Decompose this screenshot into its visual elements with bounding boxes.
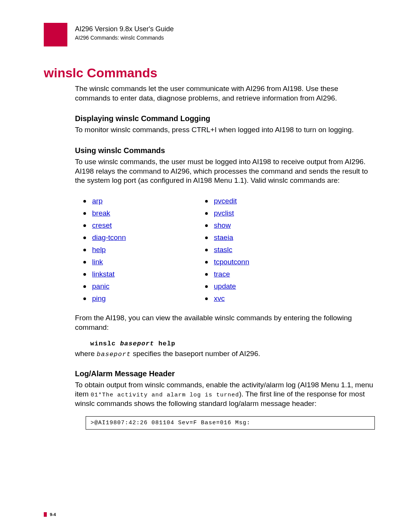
bullet-icon <box>205 261 208 264</box>
command-link-show[interactable]: show <box>214 221 231 230</box>
command-link-panic[interactable]: panic <box>92 282 109 291</box>
after-list-text: From the AI198, you can view the availab… <box>75 313 375 332</box>
page: AI296 Version 9.8x User's Guide AI296 Co… <box>0 0 411 532</box>
command-col-right: pvceditpvclistshowstaeiastaslctcpoutconn… <box>197 193 319 307</box>
page-footer: 9-4 <box>44 512 56 517</box>
list-item: diag-tconn <box>75 233 197 242</box>
bullet-icon <box>83 236 86 239</box>
list-item: update <box>197 282 319 291</box>
bullet-icon <box>83 249 86 251</box>
list-item: show <box>197 221 319 230</box>
intro-text: The winslc commands let the user communi… <box>75 84 375 103</box>
command-link-diag-tconn[interactable]: diag-tconn <box>92 233 126 242</box>
bullet-icon <box>83 261 86 264</box>
list-item: panic <box>75 282 197 291</box>
command-link-linkstat[interactable]: linkstat <box>92 270 115 278</box>
command-link-pvcedit[interactable]: pvcedit <box>214 197 237 205</box>
command-link-update[interactable]: update <box>214 282 236 291</box>
list-item: staslc <box>197 246 319 254</box>
command-link-pvclist[interactable]: pvclist <box>214 209 234 217</box>
bullet-icon <box>205 200 208 203</box>
where-prefix: where <box>75 350 97 358</box>
list-item: help <box>75 246 197 254</box>
command-link-break[interactable]: break <box>92 209 110 217</box>
brand-box <box>44 23 67 46</box>
list-item: link <box>75 258 197 266</box>
command-link-help[interactable]: help <box>92 246 106 254</box>
command-link-creset[interactable]: creset <box>92 221 112 230</box>
bullet-icon <box>83 200 86 203</box>
header-text: AI296 Version 9.8x User's Guide AI296 Co… <box>75 23 174 41</box>
code-prefix: winslc <box>90 340 120 347</box>
command-link-xvc[interactable]: xvc <box>214 294 225 303</box>
footer-accent-icon <box>44 512 47 517</box>
bullet-icon <box>205 297 208 300</box>
section1-body: To monitor winslc commands, press CTRL+I… <box>75 125 375 135</box>
page-header: AI296 Version 9.8x User's Guide AI296 Co… <box>44 23 375 46</box>
page-number: 9-4 <box>50 512 56 517</box>
bullet-icon <box>205 249 208 251</box>
section1-heading: Displaying winslc Command Logging <box>75 114 375 123</box>
list-item: arp <box>75 197 197 205</box>
where-line: where baseport specifies the baseport nu… <box>75 350 375 358</box>
list-item: break <box>75 209 197 217</box>
list-item: creset <box>75 221 197 230</box>
bullet-icon <box>83 297 86 300</box>
command-link-link[interactable]: link <box>92 258 103 266</box>
bullet-icon <box>83 273 86 276</box>
guide-title: AI296 Version 9.8x User's Guide <box>75 25 174 33</box>
section3-body: To obtain output from winslc commands, e… <box>75 380 375 409</box>
bullet-icon <box>205 273 208 276</box>
list-item: pvclist <box>197 209 319 217</box>
section2-heading: Using winslc Commands <box>75 146 375 155</box>
list-item: xvc <box>197 294 319 303</box>
command-col-left: arpbreakcresetdiag-tconnhelplinklinkstat… <box>75 193 197 307</box>
command-list: arpbreakcresetdiag-tconnhelplinklinkstat… <box>75 193 375 307</box>
section3-heading: Log/Alarm Message Header <box>75 369 375 378</box>
list-item: tcpoutconn <box>197 258 319 266</box>
breadcrumb: AI296 Commands: winslc Commands <box>75 35 174 41</box>
where-param: baseport <box>97 351 131 358</box>
list-item: pvcedit <box>197 197 319 205</box>
command-link-tcpoutconn[interactable]: tcpoutconn <box>214 258 249 266</box>
help-command: winslc baseport help <box>90 340 375 347</box>
bullet-icon <box>205 212 208 215</box>
command-link-staeia[interactable]: staeia <box>214 233 233 242</box>
log-header-box: >@AI19807:42:26 081104 Sev=F Base=016 Ms… <box>86 416 375 430</box>
list-item: linkstat <box>75 270 197 278</box>
page-title: winslc Commands <box>44 66 375 80</box>
code-suffix: help <box>154 340 175 347</box>
list-item: ping <box>75 294 197 303</box>
bullet-icon <box>205 236 208 239</box>
command-link-staslc[interactable]: staslc <box>214 246 233 254</box>
list-item: trace <box>197 270 319 278</box>
where-suffix: specifies the baseport number of AI296. <box>131 350 260 358</box>
content: The winslc commands let the user communi… <box>75 84 375 430</box>
list-item: staeia <box>197 233 319 242</box>
command-link-ping[interactable]: ping <box>92 294 106 303</box>
bullet-icon <box>205 224 208 227</box>
bullet-icon <box>205 285 208 288</box>
section2-body: To use winslc commands, the user must be… <box>75 157 375 185</box>
command-link-arp[interactable]: arp <box>92 197 102 205</box>
code-param: baseport <box>120 340 154 347</box>
bullet-icon <box>83 224 86 227</box>
bullet-icon <box>83 285 86 288</box>
command-link-trace[interactable]: trace <box>214 270 230 278</box>
bullet-icon <box>83 212 86 215</box>
s3-body-code: 01*The activity and alarm log is turned <box>91 392 239 398</box>
